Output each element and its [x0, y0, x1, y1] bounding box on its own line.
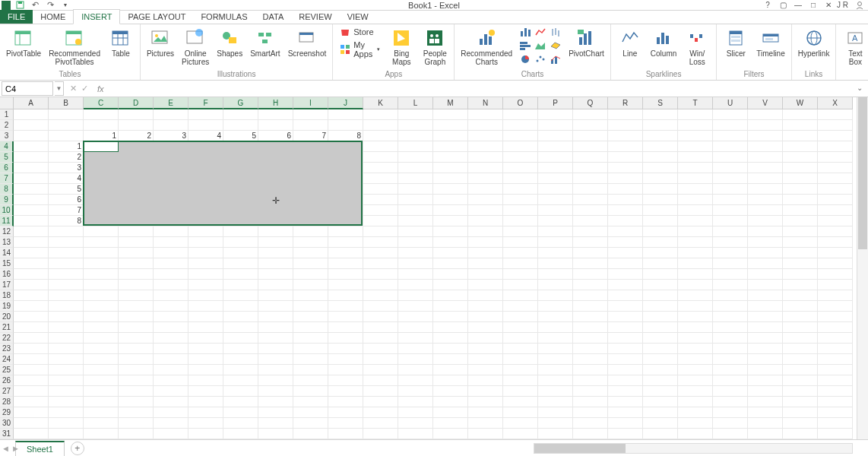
cell[interactable] [783, 333, 818, 344]
cell[interactable] [398, 237, 433, 248]
row-header[interactable]: 19 [0, 301, 14, 312]
cell[interactable] [783, 344, 818, 354]
cell[interactable] [119, 418, 154, 429]
cell[interactable] [748, 269, 783, 280]
cell[interactable] [468, 173, 503, 184]
cell[interactable] [14, 407, 49, 418]
cell[interactable] [678, 418, 713, 429]
cell[interactable] [14, 173, 49, 184]
cell[interactable] [223, 258, 258, 269]
cell[interactable] [503, 397, 538, 407]
cell[interactable] [293, 120, 328, 131]
cell[interactable] [49, 429, 84, 439]
row-header[interactable]: 9 [0, 195, 14, 205]
cell[interactable] [468, 216, 503, 226]
cell[interactable] [293, 290, 328, 301]
cell[interactable] [328, 354, 363, 365]
cell[interactable] [433, 344, 468, 354]
cell[interactable] [398, 354, 433, 365]
cell[interactable] [433, 407, 468, 418]
cell[interactable] [188, 109, 223, 120]
cell[interactable] [293, 312, 328, 322]
cell[interactable] [748, 397, 783, 407]
minimize-icon[interactable]: — [791, 1, 805, 10]
cell[interactable] [713, 163, 748, 173]
cell[interactable] [573, 205, 608, 216]
cell[interactable]: 4 [188, 131, 223, 141]
cell[interactable] [433, 429, 468, 439]
cell[interactable] [363, 195, 398, 205]
cell[interactable] [223, 269, 258, 280]
cell[interactable] [538, 429, 573, 439]
cell[interactable] [608, 290, 643, 301]
cell[interactable] [468, 141, 503, 152]
cell[interactable] [678, 120, 713, 131]
cell[interactable] [713, 290, 748, 301]
cell[interactable] [84, 237, 119, 248]
cell[interactable] [678, 216, 713, 226]
cell[interactable] [573, 237, 608, 248]
cell[interactable] [433, 141, 468, 152]
myapps-button[interactable]: My Apps▾ [337, 40, 382, 59]
cell[interactable] [468, 195, 503, 205]
cell[interactable] [433, 173, 468, 184]
cell[interactable] [573, 120, 608, 131]
cell[interactable] [49, 290, 84, 301]
cell[interactable] [573, 333, 608, 344]
cell[interactable] [678, 173, 713, 184]
cell[interactable] [14, 152, 49, 163]
cell[interactable] [643, 322, 678, 333]
cell[interactable] [293, 354, 328, 365]
cell[interactable] [818, 195, 853, 205]
cell[interactable] [783, 173, 818, 184]
cell[interactable] [433, 301, 468, 312]
cell[interactable] [678, 248, 713, 258]
cell[interactable] [503, 152, 538, 163]
timeline-button[interactable]: Timeline [755, 26, 786, 59]
cell[interactable]: 6 [49, 195, 84, 205]
cell[interactable] [84, 397, 119, 407]
column-header[interactable]: X [818, 97, 853, 109]
cell[interactable] [14, 397, 49, 407]
cell[interactable] [468, 237, 503, 248]
cell[interactable] [713, 120, 748, 131]
cell[interactable] [748, 195, 783, 205]
cell[interactable] [119, 407, 154, 418]
cell[interactable] [538, 120, 573, 131]
row-header[interactable]: 11 [0, 216, 14, 226]
cell[interactable] [258, 354, 293, 365]
cell[interactable] [154, 120, 188, 131]
cell[interactable] [468, 131, 503, 141]
help-icon[interactable]: ? [761, 1, 775, 10]
cell[interactable] [818, 354, 853, 365]
cell[interactable] [573, 248, 608, 258]
column-header[interactable]: L [398, 97, 433, 109]
cell[interactable] [363, 216, 398, 226]
cell[interactable] [14, 195, 49, 205]
cell[interactable] [608, 226, 643, 237]
cell[interactable] [573, 354, 608, 365]
cell[interactable] [188, 120, 223, 131]
cell[interactable] [14, 205, 49, 216]
cell[interactable] [223, 354, 258, 365]
cell[interactable] [119, 344, 154, 354]
undo-icon[interactable]: ↶ [29, 1, 41, 10]
cell[interactable] [713, 365, 748, 375]
cell[interactable] [573, 163, 608, 173]
cell[interactable] [468, 226, 503, 237]
cell[interactable] [818, 205, 853, 216]
column-header[interactable]: P [538, 97, 573, 109]
row-header[interactable]: 18 [0, 290, 14, 301]
cell[interactable] [49, 333, 84, 344]
cell[interactable] [783, 237, 818, 248]
cell[interactable] [119, 333, 154, 344]
cell[interactable] [119, 248, 154, 258]
cell[interactable] [328, 109, 363, 120]
cell[interactable] [398, 418, 433, 429]
cell[interactable] [293, 333, 328, 344]
cell[interactable] [49, 269, 84, 280]
cell[interactable] [258, 407, 293, 418]
fx-icon[interactable]: fx [94, 84, 107, 93]
cell[interactable] [678, 109, 713, 120]
cell[interactable] [119, 397, 154, 407]
